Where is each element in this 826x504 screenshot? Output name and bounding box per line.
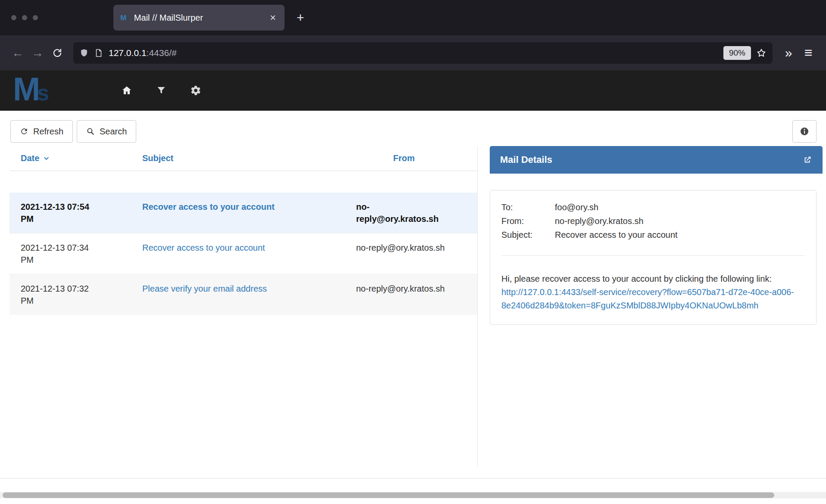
info-button[interactable] [792,120,817,143]
mail-details-header: Mail Details [490,146,823,174]
horizontal-scrollbar-track[interactable] [0,492,826,498]
url-bar[interactable]: 127.0.0.1:4436/# 90% [73,42,773,64]
chevron-down-icon [43,155,50,162]
search-button[interactable]: Search [77,120,136,143]
new-tab-button[interactable]: + [297,11,304,24]
refresh-button-label: Refresh [33,127,63,137]
forward-icon[interactable]: → [28,43,47,63]
mail-row-from: no-reply@ory.kratos.sh [354,283,477,307]
window-dot[interactable] [11,15,16,20]
content-bottom-divider [0,478,826,479]
logo-letter-m: M [13,75,38,103]
to-value: foo@ory.sh [555,202,805,212]
external-link-icon[interactable] [803,155,812,165]
to-label: To: [501,202,555,212]
date-header-label: Date [21,153,39,163]
settings-gear-icon[interactable] [190,84,202,96]
app-navbar: M s [0,70,826,111]
from-header[interactable]: From [354,153,477,163]
overflow-chevrons-icon[interactable]: » [779,43,798,63]
mail-row-from: no-reply@ory.kratos.sh [354,201,477,225]
home-icon[interactable] [121,84,133,96]
mail-body-text: Hi, please recover access to your accoun… [501,274,772,283]
mail-details-title: Mail Details [500,154,552,165]
refresh-button[interactable]: Refresh [10,120,73,143]
subject-label: Subject: [501,230,555,240]
recovery-link[interactable]: http://127.0.0.1:4433/self-service/recov… [501,287,794,310]
back-icon[interactable]: ← [8,43,28,63]
url-host: 127.0.0.1 [109,48,147,58]
mail-row-date: 2021-12-13 07:34 PM [9,242,135,266]
url-text[interactable]: 127.0.0.1:4436/# [109,48,718,58]
browser-tab-strip: M s Mail // MailSlurper × + [0,0,826,35]
refresh-icon [20,127,28,136]
mail-row[interactable]: 2021-12-13 07:54 PM Recover access to yo… [9,193,477,233]
shield-icon[interactable] [79,48,89,58]
window-dot[interactable] [33,15,38,20]
mail-details-card: To: foo@ory.sh From: no-reply@ory.kratos… [490,190,817,325]
from-value: no-reply@ory.kratos.sh [555,216,805,226]
browser-nav-bar: ← → 127.0.0.1:4436/# 90% » ≡ [0,35,826,70]
mail-list-header: Date Subject From [9,146,477,171]
search-button-label: Search [100,127,127,137]
search-icon [86,127,95,136]
mail-row-date: 2021-12-13 07:54 PM [9,201,135,225]
bookmark-star-icon[interactable] [756,48,767,58]
main-content: Date Subject From 2021-12-13 07:54 PM Re… [0,146,826,467]
card-divider [501,255,805,256]
window-controls [11,15,113,20]
url-path: :4436/# [147,48,177,58]
horizontal-scrollbar-thumb[interactable] [3,492,774,498]
menu-hamburger-icon[interactable]: ≡ [798,43,818,63]
tab-close-icon[interactable]: × [268,12,278,24]
from-label: From: [501,216,555,226]
field-from: From: no-reply@ory.kratos.sh [501,216,805,226]
info-icon [799,126,810,137]
mailslurper-logo[interactable]: M s [13,75,95,106]
subject-value: Recover access to your account [555,230,805,240]
field-subject: Subject: Recover access to your account [501,230,805,240]
mail-row-subject-link[interactable]: Recover access to your account [135,201,354,225]
zoom-indicator[interactable]: 90% [723,46,751,60]
window-dot[interactable] [22,15,27,20]
subject-header[interactable]: Subject [135,153,354,163]
favicon-letter: M [120,14,126,22]
browser-tab[interactable]: M s Mail // MailSlurper × [113,5,285,31]
mail-rows: 2021-12-13 07:54 PM Recover access to yo… [9,193,477,315]
mail-row-subject-link[interactable]: Recover access to your account [135,242,354,266]
tab-favicon-mailslurper-logo-icon: M s [120,14,129,22]
field-to: To: foo@ory.sh [501,202,805,212]
mail-details-pane: Mail Details To: foo@ory.sh From: no-rep… [490,146,823,467]
favicon-letter: s [126,16,129,22]
mail-list-pane: Date Subject From 2021-12-13 07:54 PM Re… [9,146,478,467]
mail-row-from: no-reply@ory.kratos.sh [354,242,477,266]
mail-row[interactable]: 2021-12-13 07:32 PM Please verify your e… [9,274,477,315]
sort-by-date-header[interactable]: Date [9,153,135,163]
tab-title: Mail // MailSlurper [134,13,268,23]
app-toolbar: Refresh Search [0,111,826,143]
mail-row-date: 2021-12-13 07:32 PM [9,283,135,307]
mail-row-subject-link[interactable]: Please verify your email address [135,283,354,307]
logo-letter-s: s [37,80,49,106]
mail-body: Hi, please recover access to your accoun… [501,272,805,312]
filter-funnel-icon[interactable] [155,84,167,96]
reload-icon[interactable] [47,43,67,63]
page-info-icon[interactable] [94,48,103,58]
mail-row[interactable]: 2021-12-13 07:34 PM Recover access to yo… [9,233,477,274]
